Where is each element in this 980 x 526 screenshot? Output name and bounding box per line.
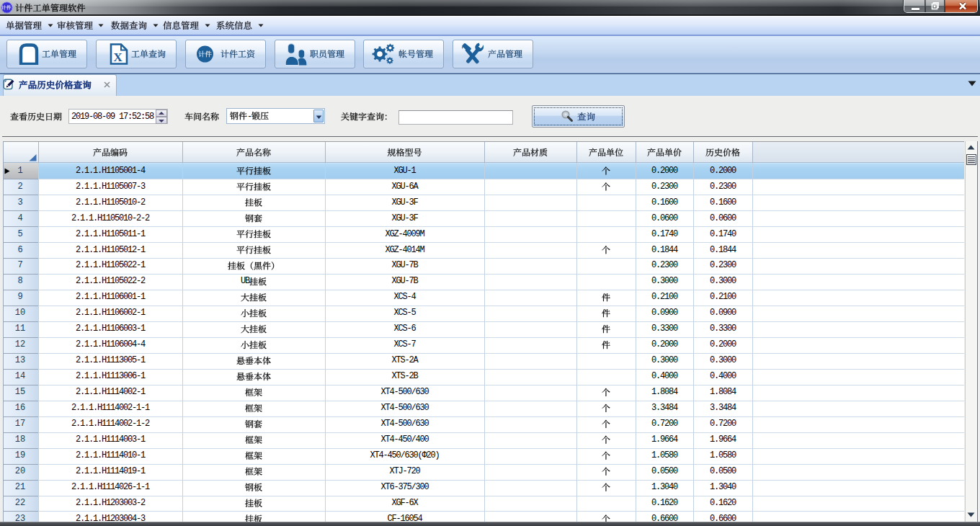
svg-text:X: X <box>113 50 122 64</box>
